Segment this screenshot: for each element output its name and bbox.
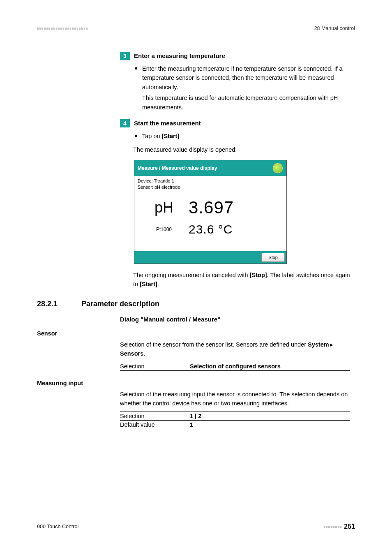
param-sensor-text-a: Selection of the sensor from the sensor … (120, 341, 308, 348)
step-title-4: Start the measurement (134, 119, 201, 127)
temperature-value: 23.6 °C (189, 222, 233, 236)
start-button-ref: [Start] (162, 133, 180, 139)
after-device-seg-a: The ongoing measurement is canceled with (133, 272, 250, 278)
after-device-text: The ongoing measurement is canceled with… (133, 271, 355, 289)
start-button-ref-2: [Start] (140, 281, 157, 287)
footer-dotted-rule (324, 526, 341, 528)
step-4-text-pre: Tap on (142, 133, 162, 139)
measured-value-display-dialog: Measure / Measured value display Device:… (134, 160, 287, 264)
mi-selection-value: 1 | 2 (190, 413, 350, 419)
ph-value: 3.697 (189, 198, 234, 217)
param-sensor-text: Selection of the sensor from the sensor … (120, 340, 355, 358)
dialog-title: Measure / Measured value display (138, 165, 217, 171)
param-sensor-text-d: . (143, 350, 145, 357)
after-device-seg-e: . (157, 281, 159, 287)
sensors-ref: Sensors (120, 350, 143, 357)
step-number-3: 3 (120, 52, 130, 60)
step-4-bullet: Tap on [Start]. (134, 132, 355, 141)
section-title: Parameter description (81, 300, 159, 308)
dialog-heading: Dialog "Manual control / Measure" (120, 316, 355, 323)
header-chapter: 28 Manual control (314, 25, 355, 31)
ph-label: pH (139, 199, 189, 216)
step-4-text-post: . (179, 133, 181, 139)
mi-default-label: Default value (120, 421, 190, 428)
mi-default-value: 1 (190, 421, 350, 428)
footer-product: 900 Touch Control (37, 524, 78, 530)
step-4-after: The measured value display is opened: (133, 145, 355, 154)
step-title-3: Enter a measuring temperature (134, 52, 225, 60)
mi-selection-label: Selection (120, 413, 190, 419)
system-ref: System (308, 341, 329, 348)
page-number: 251 (344, 523, 355, 530)
param-sensor-name: Sensor (37, 330, 355, 337)
device-line: Device: Titrando 1 (138, 178, 283, 184)
step-3-subtext: This temperature is used for automatic t… (142, 93, 355, 112)
header-dotted-rule (37, 28, 88, 30)
param-measuring-input-name: Measuring input (37, 380, 355, 386)
param-measuring-input-text: Selection of the measuring input the sen… (120, 390, 355, 408)
stop-button[interactable]: Stop (261, 253, 285, 262)
step-3-bullet: Enter the measuring temperature if no te… (134, 64, 355, 92)
section-number: 28.2.1 (37, 300, 81, 308)
step-number-4: 4 (120, 119, 130, 127)
pt1000-label: Pt1000 (139, 227, 189, 232)
sensor-selection-value: Selection of configured sensors (190, 363, 350, 370)
stop-button-ref: [Stop] (250, 272, 267, 278)
status-indicator-icon (272, 163, 283, 173)
sensor-line: Sensor: pH electrode (138, 184, 283, 190)
sensor-selection-label: Selection (120, 363, 190, 370)
breadcrumb-arrow-icon: ▶ (330, 342, 333, 348)
